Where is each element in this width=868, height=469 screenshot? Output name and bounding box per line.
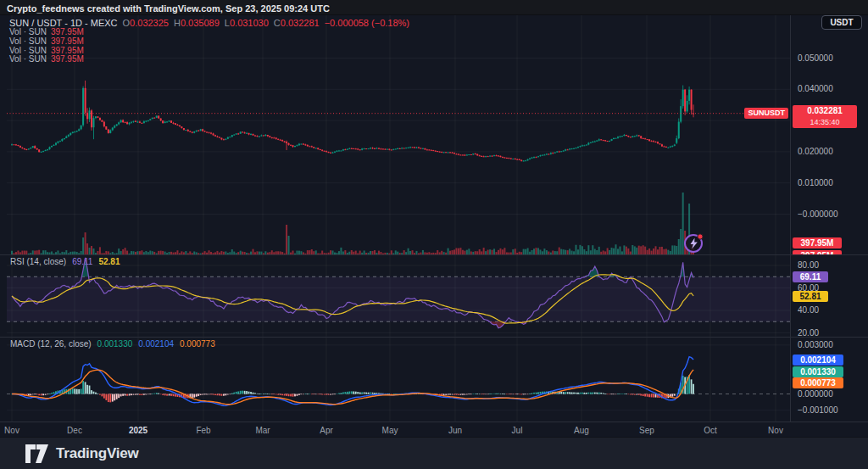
lightning-event-icon[interactable] xyxy=(682,232,705,254)
macd-value-badge: 0.002104 xyxy=(793,355,843,366)
volume-axis-badge: 397.95M xyxy=(793,237,842,248)
tradingview-chart-window: Crypto_feednews created with TradingView… xyxy=(0,0,868,469)
time-axis[interactable] xyxy=(0,422,868,437)
bar-countdown: 14:35:40 xyxy=(793,117,857,127)
rsi-value-badge: 69.11 xyxy=(793,271,828,282)
chart-canvas[interactable] xyxy=(0,0,868,437)
tradingview-logo-icon[interactable] xyxy=(25,444,48,463)
brand-footer: TradingView xyxy=(0,437,868,469)
volume-axis-badge-clipped: 397.95M xyxy=(793,250,842,254)
rsi-ma-value-badge: 52.81 xyxy=(793,291,828,302)
symbol-price-label-badge: SUNUSDT xyxy=(744,108,788,119)
watermark-bar: Crypto_feednews created with TradingView… xyxy=(0,0,868,15)
current-price-value: 0.032281 xyxy=(793,105,857,117)
macd-signal-value-badge: 0.000773 xyxy=(793,377,843,388)
current-price-badge: 0.032281 14:35:40 xyxy=(793,105,857,128)
watermark-text: Crypto_feednews created with TradingView… xyxy=(0,2,330,16)
macd-hist-value-badge: 0.001330 xyxy=(793,366,843,377)
brand-wordmark[interactable]: TradingView xyxy=(56,445,139,462)
currency-toggle-button[interactable]: USDT xyxy=(821,15,862,30)
notification-dot xyxy=(698,234,703,239)
